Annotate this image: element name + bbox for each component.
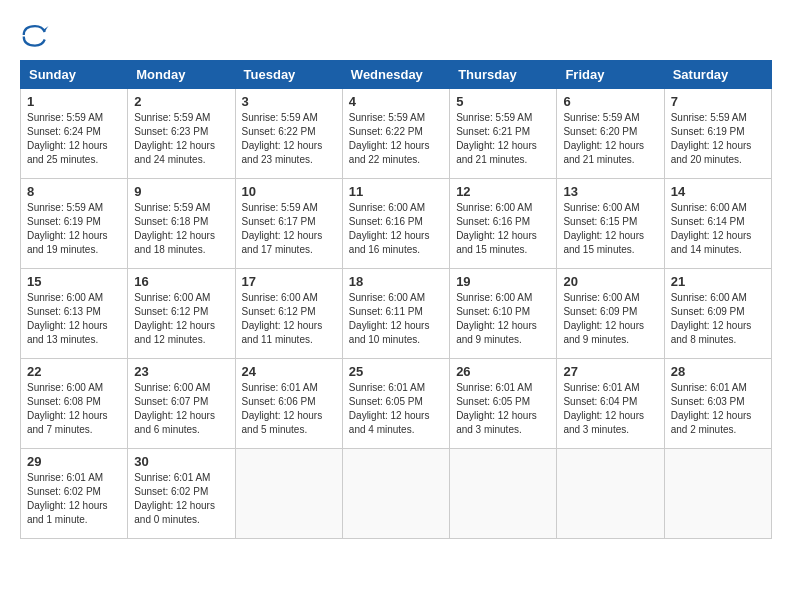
calendar-day-cell: 5 Sunrise: 5:59 AM Sunset: 6:21 PM Dayli… bbox=[450, 89, 557, 179]
day-number: 19 bbox=[456, 274, 550, 289]
day-number: 18 bbox=[349, 274, 443, 289]
day-number: 30 bbox=[134, 454, 228, 469]
day-number: 15 bbox=[27, 274, 121, 289]
calendar-week-row: 1 Sunrise: 5:59 AM Sunset: 6:24 PM Dayli… bbox=[21, 89, 772, 179]
day-info: Sunrise: 6:00 AM Sunset: 6:10 PM Dayligh… bbox=[456, 291, 550, 347]
calendar-day-cell: 12 Sunrise: 6:00 AM Sunset: 6:16 PM Dayl… bbox=[450, 179, 557, 269]
weekday-header-cell: Wednesday bbox=[342, 61, 449, 89]
day-number: 14 bbox=[671, 184, 765, 199]
calendar-week-row: 15 Sunrise: 6:00 AM Sunset: 6:13 PM Dayl… bbox=[21, 269, 772, 359]
day-number: 3 bbox=[242, 94, 336, 109]
day-info: Sunrise: 6:00 AM Sunset: 6:12 PM Dayligh… bbox=[242, 291, 336, 347]
calendar-day-cell: 17 Sunrise: 6:00 AM Sunset: 6:12 PM Dayl… bbox=[235, 269, 342, 359]
day-number: 2 bbox=[134, 94, 228, 109]
page-header bbox=[20, 20, 772, 50]
day-info: Sunrise: 6:01 AM Sunset: 6:02 PM Dayligh… bbox=[134, 471, 228, 527]
calendar-body: 1 Sunrise: 5:59 AM Sunset: 6:24 PM Dayli… bbox=[21, 89, 772, 539]
calendar-day-cell: 10 Sunrise: 5:59 AM Sunset: 6:17 PM Dayl… bbox=[235, 179, 342, 269]
day-number: 5 bbox=[456, 94, 550, 109]
day-info: Sunrise: 6:00 AM Sunset: 6:09 PM Dayligh… bbox=[563, 291, 657, 347]
calendar-day-cell: 25 Sunrise: 6:01 AM Sunset: 6:05 PM Dayl… bbox=[342, 359, 449, 449]
day-info: Sunrise: 6:00 AM Sunset: 6:11 PM Dayligh… bbox=[349, 291, 443, 347]
calendar-day-cell: 28 Sunrise: 6:01 AM Sunset: 6:03 PM Dayl… bbox=[664, 359, 771, 449]
day-number: 10 bbox=[242, 184, 336, 199]
day-number: 22 bbox=[27, 364, 121, 379]
day-info: Sunrise: 6:01 AM Sunset: 6:04 PM Dayligh… bbox=[563, 381, 657, 437]
day-number: 20 bbox=[563, 274, 657, 289]
calendar-day-cell: 19 Sunrise: 6:00 AM Sunset: 6:10 PM Dayl… bbox=[450, 269, 557, 359]
day-number: 8 bbox=[27, 184, 121, 199]
calendar-day-cell: 16 Sunrise: 6:00 AM Sunset: 6:12 PM Dayl… bbox=[128, 269, 235, 359]
day-info: Sunrise: 6:01 AM Sunset: 6:03 PM Dayligh… bbox=[671, 381, 765, 437]
day-number: 25 bbox=[349, 364, 443, 379]
day-number: 24 bbox=[242, 364, 336, 379]
day-number: 6 bbox=[563, 94, 657, 109]
day-info: Sunrise: 6:01 AM Sunset: 6:02 PM Dayligh… bbox=[27, 471, 121, 527]
weekday-header-cell: Friday bbox=[557, 61, 664, 89]
day-info: Sunrise: 5:59 AM Sunset: 6:22 PM Dayligh… bbox=[242, 111, 336, 167]
calendar-day-cell: 15 Sunrise: 6:00 AM Sunset: 6:13 PM Dayl… bbox=[21, 269, 128, 359]
calendar-table: SundayMondayTuesdayWednesdayThursdayFrid… bbox=[20, 60, 772, 539]
calendar-day-cell bbox=[557, 449, 664, 539]
day-info: Sunrise: 5:59 AM Sunset: 6:24 PM Dayligh… bbox=[27, 111, 121, 167]
calendar-day-cell: 18 Sunrise: 6:00 AM Sunset: 6:11 PM Dayl… bbox=[342, 269, 449, 359]
day-info: Sunrise: 6:00 AM Sunset: 6:16 PM Dayligh… bbox=[349, 201, 443, 257]
day-info: Sunrise: 6:00 AM Sunset: 6:13 PM Dayligh… bbox=[27, 291, 121, 347]
calendar-day-cell bbox=[342, 449, 449, 539]
calendar-day-cell: 7 Sunrise: 5:59 AM Sunset: 6:19 PM Dayli… bbox=[664, 89, 771, 179]
calendar-day-cell: 30 Sunrise: 6:01 AM Sunset: 6:02 PM Dayl… bbox=[128, 449, 235, 539]
day-number: 11 bbox=[349, 184, 443, 199]
day-info: Sunrise: 6:01 AM Sunset: 6:05 PM Dayligh… bbox=[349, 381, 443, 437]
calendar-day-cell bbox=[235, 449, 342, 539]
day-number: 4 bbox=[349, 94, 443, 109]
calendar-week-row: 29 Sunrise: 6:01 AM Sunset: 6:02 PM Dayl… bbox=[21, 449, 772, 539]
weekday-header-cell: Saturday bbox=[664, 61, 771, 89]
weekday-header-cell: Tuesday bbox=[235, 61, 342, 89]
weekday-header-cell: Monday bbox=[128, 61, 235, 89]
day-info: Sunrise: 5:59 AM Sunset: 6:23 PM Dayligh… bbox=[134, 111, 228, 167]
calendar-day-cell: 4 Sunrise: 5:59 AM Sunset: 6:22 PM Dayli… bbox=[342, 89, 449, 179]
day-number: 23 bbox=[134, 364, 228, 379]
calendar-day-cell: 3 Sunrise: 5:59 AM Sunset: 6:22 PM Dayli… bbox=[235, 89, 342, 179]
day-number: 13 bbox=[563, 184, 657, 199]
weekday-header-cell: Thursday bbox=[450, 61, 557, 89]
logo-icon bbox=[20, 20, 50, 50]
day-number: 17 bbox=[242, 274, 336, 289]
day-info: Sunrise: 6:00 AM Sunset: 6:12 PM Dayligh… bbox=[134, 291, 228, 347]
day-info: Sunrise: 6:00 AM Sunset: 6:09 PM Dayligh… bbox=[671, 291, 765, 347]
day-number: 29 bbox=[27, 454, 121, 469]
calendar-day-cell bbox=[664, 449, 771, 539]
day-info: Sunrise: 6:00 AM Sunset: 6:07 PM Dayligh… bbox=[134, 381, 228, 437]
day-info: Sunrise: 6:01 AM Sunset: 6:05 PM Dayligh… bbox=[456, 381, 550, 437]
day-number: 26 bbox=[456, 364, 550, 379]
weekday-header-row: SundayMondayTuesdayWednesdayThursdayFrid… bbox=[21, 61, 772, 89]
day-info: Sunrise: 6:00 AM Sunset: 6:14 PM Dayligh… bbox=[671, 201, 765, 257]
calendar-day-cell: 1 Sunrise: 5:59 AM Sunset: 6:24 PM Dayli… bbox=[21, 89, 128, 179]
calendar-day-cell: 14 Sunrise: 6:00 AM Sunset: 6:14 PM Dayl… bbox=[664, 179, 771, 269]
day-info: Sunrise: 5:59 AM Sunset: 6:19 PM Dayligh… bbox=[27, 201, 121, 257]
day-info: Sunrise: 5:59 AM Sunset: 6:20 PM Dayligh… bbox=[563, 111, 657, 167]
calendar-day-cell: 2 Sunrise: 5:59 AM Sunset: 6:23 PM Dayli… bbox=[128, 89, 235, 179]
calendar-day-cell: 6 Sunrise: 5:59 AM Sunset: 6:20 PM Dayli… bbox=[557, 89, 664, 179]
day-info: Sunrise: 6:00 AM Sunset: 6:16 PM Dayligh… bbox=[456, 201, 550, 257]
day-number: 1 bbox=[27, 94, 121, 109]
calendar-week-row: 8 Sunrise: 5:59 AM Sunset: 6:19 PM Dayli… bbox=[21, 179, 772, 269]
day-number: 16 bbox=[134, 274, 228, 289]
logo bbox=[20, 20, 54, 50]
calendar-day-cell: 27 Sunrise: 6:01 AM Sunset: 6:04 PM Dayl… bbox=[557, 359, 664, 449]
day-number: 12 bbox=[456, 184, 550, 199]
day-number: 27 bbox=[563, 364, 657, 379]
calendar-day-cell: 11 Sunrise: 6:00 AM Sunset: 6:16 PM Dayl… bbox=[342, 179, 449, 269]
calendar-day-cell: 22 Sunrise: 6:00 AM Sunset: 6:08 PM Dayl… bbox=[21, 359, 128, 449]
day-info: Sunrise: 6:01 AM Sunset: 6:06 PM Dayligh… bbox=[242, 381, 336, 437]
day-number: 21 bbox=[671, 274, 765, 289]
calendar-day-cell: 8 Sunrise: 5:59 AM Sunset: 6:19 PM Dayli… bbox=[21, 179, 128, 269]
day-number: 9 bbox=[134, 184, 228, 199]
day-number: 7 bbox=[671, 94, 765, 109]
day-info: Sunrise: 6:00 AM Sunset: 6:15 PM Dayligh… bbox=[563, 201, 657, 257]
day-info: Sunrise: 5:59 AM Sunset: 6:18 PM Dayligh… bbox=[134, 201, 228, 257]
calendar-day-cell: 24 Sunrise: 6:01 AM Sunset: 6:06 PM Dayl… bbox=[235, 359, 342, 449]
day-info: Sunrise: 5:59 AM Sunset: 6:22 PM Dayligh… bbox=[349, 111, 443, 167]
day-number: 28 bbox=[671, 364, 765, 379]
calendar-week-row: 22 Sunrise: 6:00 AM Sunset: 6:08 PM Dayl… bbox=[21, 359, 772, 449]
